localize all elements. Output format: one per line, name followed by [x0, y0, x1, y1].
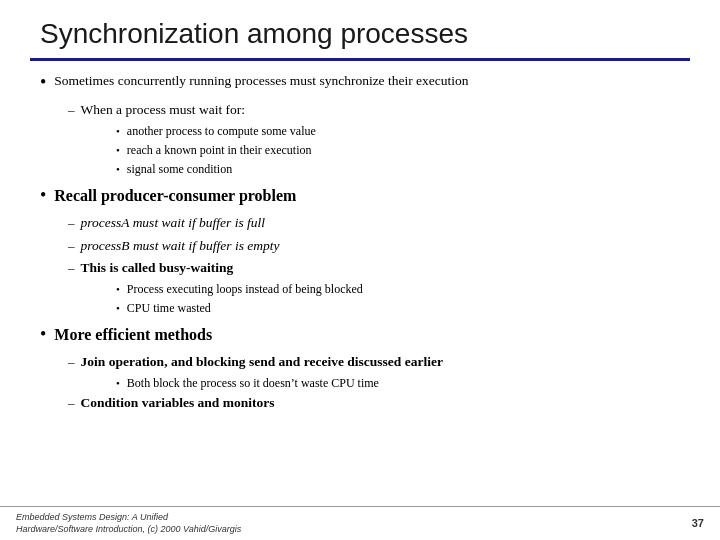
- sub-sub-3-1-text: Both block the process so it doesn’t was…: [127, 374, 379, 392]
- slide-title: Synchronization among processes: [40, 18, 468, 49]
- bullet-2-sub-1-text: processA must wait if buffer is full: [81, 213, 266, 233]
- sub-sub-3-1: • Both block the process so it doesn’t w…: [116, 374, 680, 392]
- bullet-2: • Recall producer-consumer problem: [40, 184, 680, 209]
- bullet-1-sub: – When a process must wait for: • anothe…: [68, 100, 680, 178]
- dash-icon-2a: –: [68, 213, 75, 233]
- content-area: • Sometimes concurrently running process…: [0, 61, 720, 506]
- bullet-1-sub-text: When a process must wait for:: [81, 100, 246, 120]
- bullet-2-sub-1: – processA must wait if buffer is full: [68, 213, 680, 233]
- sub-sub-2-1-text: Process executing loops instead of being…: [127, 280, 363, 298]
- bullet-dot-3: •: [40, 321, 46, 348]
- processA-label: processA: [81, 215, 130, 230]
- sub-sub-2-2-text: CPU time wasted: [127, 299, 211, 317]
- bullet-2-subs: – processA must wait if buffer is full –…: [68, 213, 680, 317]
- bullet-2-sub-3: – This is called busy-waiting: [68, 258, 680, 278]
- bullet-3-subs: – Join operation, and blocking send and …: [68, 352, 680, 414]
- footer-left: Embedded Systems Design: A Unified Hardw…: [16, 511, 241, 536]
- bullet-2-text: Recall producer-consumer problem: [54, 184, 296, 208]
- bullet-3-sub-2-text: Condition variables and monitors: [81, 393, 275, 413]
- dash-icon-1: –: [68, 100, 75, 120]
- sub-sub-1-1-text: another process to compute some value: [127, 122, 316, 140]
- footer-line2: Hardware/Software Introduction, (c) 2000…: [16, 523, 241, 536]
- bullet-3: • More efficient methods: [40, 323, 680, 348]
- bullet-3-sub-2: – Condition variables and monitors: [68, 393, 680, 413]
- bullet-dot-2: •: [40, 182, 46, 209]
- bullet-3-sub-1-text: Join operation, and blocking send and re…: [81, 352, 443, 372]
- dash-icon-2c: –: [68, 258, 75, 278]
- sub-sub-1-1: • another process to compute some value: [116, 122, 680, 140]
- bullet-3-sub-1: – Join operation, and blocking send and …: [68, 352, 680, 372]
- small-dot-6: •: [116, 375, 120, 392]
- small-dot-2: •: [116, 142, 120, 159]
- buffer-label-2: buffer: [199, 238, 231, 253]
- small-dot-4: •: [116, 281, 120, 298]
- bullet-2-sub-3-text: This is called busy-waiting: [81, 258, 234, 278]
- bullet-3-text: More efficient methods: [54, 323, 212, 347]
- bullet-2-sub-2-text: processB must wait if buffer is empty: [81, 236, 280, 256]
- sub-sub-1-2-text: reach a known point in their execution: [127, 141, 312, 159]
- buffer-label-1: buffer: [199, 215, 231, 230]
- processB-label: processB: [81, 238, 130, 253]
- slide: Synchronization among processes • Someti…: [0, 0, 720, 540]
- dash-icon-3b: –: [68, 393, 75, 413]
- sub-sub-1-3: • signal some condition: [116, 160, 680, 178]
- footer-line1: Embedded Systems Design: A Unified: [16, 511, 241, 524]
- bullet-1: • Sometimes concurrently running process…: [40, 71, 680, 96]
- sub-sub-2-1: • Process executing loops instead of bei…: [116, 280, 680, 298]
- bullet-2-sub-2: – processB must wait if buffer is empty: [68, 236, 680, 256]
- small-dot-5: •: [116, 300, 120, 317]
- small-dot-3: •: [116, 161, 120, 178]
- sub-sub-1-3-text: signal some condition: [127, 160, 232, 178]
- bullet-1-text: Sometimes concurrently running processes…: [54, 71, 468, 91]
- bullet-dot-1: •: [40, 69, 46, 96]
- sub-sub-1-2: • reach a known point in their execution: [116, 141, 680, 159]
- bullet-1-sub-dash: – When a process must wait for:: [68, 100, 680, 120]
- footer: Embedded Systems Design: A Unified Hardw…: [0, 506, 720, 540]
- dash-icon-2b: –: [68, 236, 75, 256]
- footer-page: 37: [692, 517, 704, 529]
- title-area: Synchronization among processes: [0, 0, 720, 58]
- small-dot-1: •: [116, 123, 120, 140]
- sub-sub-2-2: • CPU time wasted: [116, 299, 680, 317]
- dash-icon-3a: –: [68, 352, 75, 372]
